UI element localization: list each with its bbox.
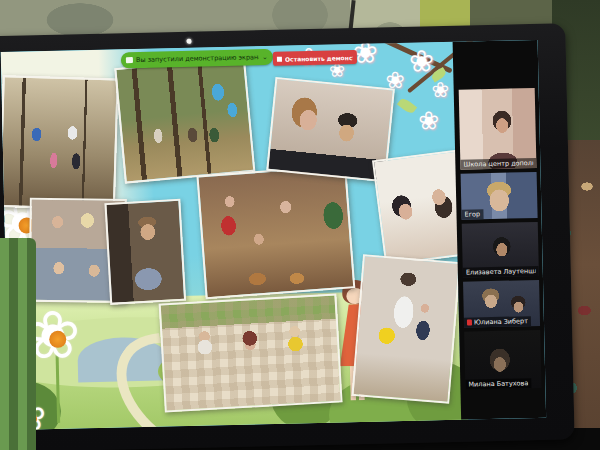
share-banner-label: Вы запустили демонстрацию экрана <box>136 53 259 64</box>
stop-share-button[interactable]: Остановить демонстрацию <box>273 50 357 66</box>
photo-balloon-child <box>351 254 460 404</box>
participant-tile[interactable]: Елизавета Лаутеншла. <box>462 222 539 278</box>
photo-forest-kids <box>114 56 255 184</box>
participant-tile[interactable]: Юлиана Зиберт <box>463 280 540 328</box>
share-icon <box>126 57 133 63</box>
screen: ❀ ❀ ❀ ❀ ❀ ❀ ❀ ❀ ❀ ❀ ❀ <box>1 40 546 430</box>
photo-kids-blanket <box>159 293 343 412</box>
participant-tile[interactable]: Школа центр дополнит. <box>459 88 537 170</box>
participants-strip: Школа центр дополнит. Егор Елизавета Лау… <box>453 40 547 420</box>
participant-tile[interactable]: Милана Батухова <box>464 330 541 390</box>
webcam-led-icon <box>186 39 191 44</box>
blossom-icon: ❀ <box>431 80 449 101</box>
participant-name-label: Егор <box>461 209 483 219</box>
stop-icon <box>277 56 282 61</box>
participant-name: Егор <box>464 210 480 218</box>
participant-name-label: Елизавета Лаутеншла. <box>463 266 539 278</box>
shared-slide: ❀ ❀ ❀ ❀ ❀ ❀ ❀ ❀ ❀ ❀ ❀ <box>1 42 461 430</box>
mic-muted-icon <box>467 319 472 325</box>
participant-name: Милана Батухова <box>468 379 528 388</box>
photo-family-outdoors <box>1 75 119 210</box>
photo-new-year-family <box>196 164 355 299</box>
monitor: ❀ ❀ ❀ ❀ ❀ ❀ ❀ ❀ ❀ ❀ ❀ <box>0 23 575 450</box>
blossom-icon: ❀ <box>409 46 435 77</box>
leaf <box>397 96 417 115</box>
participant-name-label: Милана Батухова <box>465 378 531 389</box>
curtain-left <box>0 238 36 450</box>
chevron-down-icon[interactable]: ⌄ <box>262 54 268 61</box>
participant-name-label: Школа центр дополнит. <box>460 158 536 170</box>
participant-name: Юлиана Зиберт <box>474 317 528 326</box>
photo-boy <box>104 199 186 305</box>
blossom-icon: ❀ <box>418 108 440 133</box>
participant-tile[interactable]: Егор <box>461 172 538 220</box>
participant-name: Елизавета Лаутеншла. <box>466 267 536 277</box>
participant-name-label: Юлиана Зиберт <box>464 316 531 328</box>
participant-name: Школа центр дополнит. <box>463 159 533 169</box>
stop-share-label: Остановить демонстрацию <box>285 54 353 63</box>
